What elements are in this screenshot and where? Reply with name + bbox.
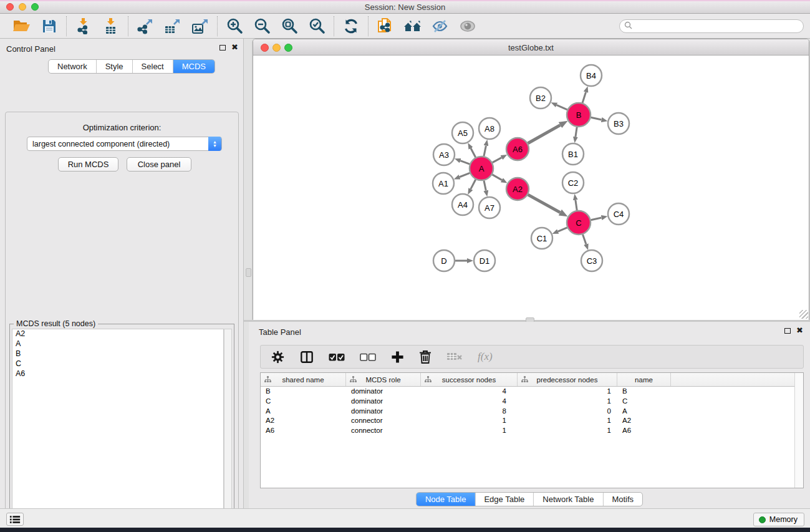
cell-shared-name[interactable]: C [261, 397, 346, 407]
graph-edge-A-A8[interactable] [484, 145, 486, 156]
cell-predecessor-nodes[interactable]: 1 [518, 387, 617, 397]
table-settings-icon[interactable] [271, 350, 285, 364]
open-session-icon[interactable] [12, 17, 31, 36]
cell-predecessor-nodes[interactable]: 1 [518, 416, 617, 426]
column-header-name[interactable]: name [617, 373, 671, 386]
cell-name[interactable]: C [617, 397, 671, 407]
mcds-result-list[interactable]: A2ABCA6 [12, 329, 224, 532]
cell-MCDS-role[interactable]: connector [346, 416, 421, 426]
delete-row-icon[interactable] [419, 350, 432, 364]
graph-node-A7[interactable]: A7 [479, 197, 500, 218]
show-all-icon[interactable] [458, 17, 477, 36]
tab-style[interactable]: Style [97, 60, 133, 73]
close-table-panel-icon[interactable]: ✖ [796, 327, 803, 334]
column-header-shared-name[interactable]: shared name [261, 373, 346, 386]
close-panel-icon[interactable]: ✖ [231, 44, 238, 51]
run-mcds-button[interactable]: Run MCDS [58, 157, 118, 172]
graph-edge-A-A5[interactable] [471, 148, 476, 158]
add-row-icon[interactable] [391, 351, 404, 364]
graph-node-A1[interactable]: A1 [433, 173, 454, 194]
cell-name[interactable]: B [617, 387, 671, 397]
table-row[interactable]: A2connector11A2 [261, 416, 803, 426]
close-panel-button[interactable]: Close panel [127, 157, 191, 172]
select-all-icon[interactable] [329, 352, 345, 362]
cell-successor-nodes[interactable]: 4 [421, 397, 518, 407]
graph-edge-A-A7[interactable] [484, 181, 486, 191]
toggle-column-icon[interactable] [300, 351, 314, 364]
tab-select[interactable]: Select [133, 60, 173, 73]
search-input[interactable] [619, 19, 804, 33]
search-field[interactable] [632, 21, 803, 32]
graph-node-B4[interactable]: B4 [581, 65, 602, 86]
graph-node-A6[interactable]: A6 [506, 138, 529, 160]
cell-predecessor-nodes[interactable]: 0 [518, 407, 617, 417]
first-neighbors-icon[interactable] [403, 17, 422, 36]
graph-node-A2[interactable]: A2 [506, 178, 529, 200]
graph-node-A5[interactable]: A5 [452, 122, 473, 143]
graph-node-C1[interactable]: C1 [531, 228, 552, 249]
graph-edge-C-C4[interactable] [591, 218, 602, 220]
cell-successor-nodes[interactable]: 4 [421, 387, 518, 397]
graph-node-A[interactable]: A [470, 157, 493, 180]
result-scrollbar[interactable] [224, 329, 232, 532]
graph-node-C2[interactable]: C2 [562, 172, 584, 193]
table-row[interactable]: A6connector11A6 [261, 426, 803, 436]
zoom-fit-icon[interactable] [280, 17, 299, 36]
deselect-all-icon[interactable] [360, 352, 376, 362]
cell-successor-nodes[interactable]: 8 [421, 407, 518, 417]
tab-motifs[interactable]: Motifs [603, 493, 642, 506]
network-canvas[interactable]: AA1A2A3A4A5A6A7A8BB1B2B3B4CC1C2C3C4DD1 [253, 56, 809, 320]
cell-name[interactable]: A [617, 407, 671, 417]
graph-node-B2[interactable]: B2 [530, 87, 551, 109]
zoom-out-icon[interactable] [253, 17, 271, 36]
table-row[interactable]: Cdominator41C [261, 397, 803, 407]
optimization-criterion-dropdown[interactable]: largest connected component (directed) ▲… [27, 137, 222, 151]
zoom-selected-icon[interactable] [307, 17, 326, 36]
table-scrollbar[interactable] [794, 373, 803, 488]
graph-edge-C-C3[interactable] [583, 235, 586, 244]
export-image-icon[interactable] [191, 17, 210, 36]
cell-name[interactable]: A6 [617, 426, 671, 436]
cell-predecessor-nodes[interactable]: 1 [518, 426, 617, 436]
window-resize-grip[interactable] [799, 310, 808, 319]
graph-node-A4[interactable]: A4 [452, 194, 473, 215]
tab-network-table[interactable]: Network Table [534, 493, 603, 506]
graph-node-B1[interactable]: B1 [562, 143, 584, 165]
cell-MCDS-role[interactable]: dominator [346, 407, 421, 417]
graph-edge-A-A2[interactable] [492, 175, 501, 180]
table-row[interactable]: Bdominator41B [261, 387, 803, 397]
tab-node-table[interactable]: Node Table [417, 493, 476, 506]
tab-edge-table[interactable]: Edge Table [475, 493, 534, 506]
graph-node-D1[interactable]: D1 [474, 250, 495, 271]
tab-network[interactable]: Network [49, 60, 97, 73]
network-window-titlebar[interactable]: testGlobe.txt [253, 39, 809, 56]
graph-edge-B-B2[interactable] [557, 105, 567, 110]
mcds-result-item[interactable]: B [12, 349, 223, 359]
cell-MCDS-role[interactable]: dominator [346, 397, 421, 407]
cell-successor-nodes[interactable]: 1 [421, 416, 518, 426]
column-header-MCDS-role[interactable]: MCDS role [346, 373, 421, 386]
cell-MCDS-role[interactable]: connector [346, 426, 421, 436]
cell-shared-name[interactable]: B [261, 387, 346, 397]
import-table-icon[interactable] [102, 17, 120, 36]
graph-edge-B-B1[interactable] [576, 127, 577, 137]
dropdown-stepper-icon[interactable]: ▲▼ [208, 137, 221, 151]
graph-edge-A-A3[interactable] [460, 161, 470, 164]
graph-node-C3[interactable]: C3 [581, 250, 602, 271]
graph-edge-C-C1[interactable] [558, 228, 567, 231]
mcds-result-item[interactable]: A6 [12, 369, 223, 379]
graph-edge-B-B4[interactable] [582, 92, 586, 103]
memory-button[interactable]: Memory [753, 513, 804, 526]
cell-successor-nodes[interactable]: 1 [421, 426, 518, 436]
graph-edge-C-C2[interactable] [576, 200, 577, 210]
cell-predecessor-nodes[interactable]: 1 [518, 397, 617, 407]
export-network-icon[interactable] [136, 17, 155, 36]
new-network-from-selection-icon[interactable] [376, 17, 395, 36]
graph-edge-A-A1[interactable] [460, 173, 470, 177]
float-table-panel-icon[interactable] [784, 328, 791, 334]
graph-node-A3[interactable]: A3 [433, 144, 455, 165]
mcds-result-item[interactable]: C [12, 359, 223, 369]
cell-MCDS-role[interactable]: dominator [346, 387, 421, 397]
vertical-splitter-handle[interactable] [246, 268, 251, 277]
task-history-button[interactable] [6, 513, 24, 526]
